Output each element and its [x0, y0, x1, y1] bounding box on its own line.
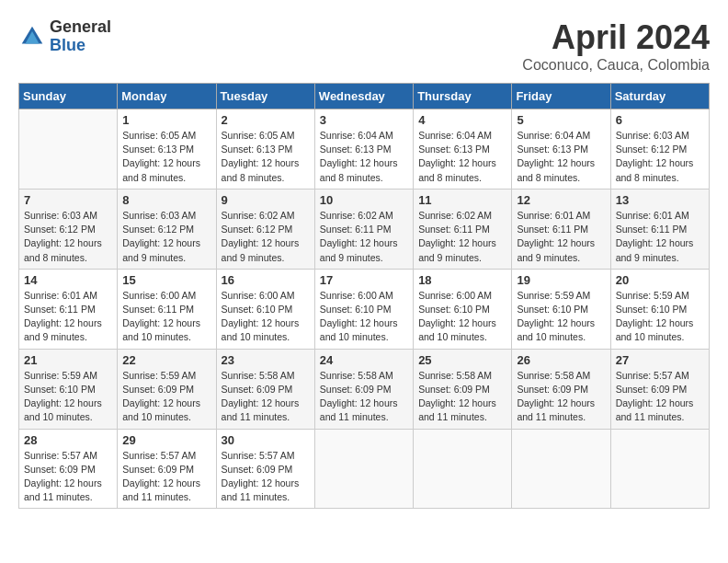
calendar-week-row: 14Sunrise: 6:01 AMSunset: 6:11 PMDayligh… [19, 269, 710, 349]
calendar-day-cell: 22Sunrise: 5:59 AMSunset: 6:09 PMDayligh… [118, 349, 216, 429]
calendar-day-cell: 5Sunrise: 6:04 AMSunset: 6:13 PMDaylight… [512, 109, 610, 190]
day-info: Sunrise: 6:04 AMSunset: 6:13 PMDaylight:… [320, 129, 408, 185]
calendar-day-cell: 16Sunrise: 6:00 AMSunset: 6:10 PMDayligh… [216, 269, 314, 349]
day-number: 29 [122, 433, 210, 447]
calendar-day-cell: 27Sunrise: 5:57 AMSunset: 6:09 PMDayligh… [610, 349, 709, 429]
day-info: Sunrise: 6:00 AMSunset: 6:10 PMDaylight:… [222, 289, 310, 345]
calendar-day-cell: 17Sunrise: 6:00 AMSunset: 6:10 PMDayligh… [314, 269, 413, 349]
day-number: 6 [616, 113, 704, 127]
logo: General Blue [18, 18, 111, 55]
day-info: Sunrise: 6:00 AMSunset: 6:10 PMDaylight:… [320, 289, 408, 345]
day-info: Sunrise: 5:57 AMSunset: 6:09 PMDaylight:… [122, 449, 210, 505]
calendar-day-cell: 13Sunrise: 6:01 AMSunset: 6:11 PMDayligh… [610, 189, 709, 269]
column-header-sunday: Sunday [19, 84, 118, 109]
day-number: 25 [418, 353, 506, 367]
day-number: 1 [122, 113, 210, 127]
day-number: 15 [122, 273, 210, 287]
day-number: 20 [616, 273, 704, 287]
calendar-day-cell: 18Sunrise: 6:00 AMSunset: 6:10 PMDayligh… [414, 269, 512, 349]
calendar-day-cell: 26Sunrise: 5:58 AMSunset: 6:09 PMDayligh… [512, 349, 610, 429]
day-number: 22 [122, 353, 210, 367]
day-number: 13 [616, 193, 704, 207]
day-number: 21 [24, 353, 112, 367]
calendar-day-cell: 24Sunrise: 5:58 AMSunset: 6:09 PMDayligh… [314, 349, 413, 429]
calendar-day-cell [610, 429, 709, 509]
day-number: 7 [24, 193, 112, 207]
calendar-week-row: 7Sunrise: 6:03 AMSunset: 6:12 PMDaylight… [19, 189, 710, 269]
column-header-friday: Friday [512, 84, 610, 109]
day-info: Sunrise: 5:58 AMSunset: 6:09 PMDaylight:… [320, 369, 408, 425]
day-info: Sunrise: 6:03 AMSunset: 6:12 PMDaylight:… [24, 209, 112, 265]
day-info: Sunrise: 6:01 AMSunset: 6:11 PMDaylight:… [616, 209, 704, 265]
day-info: Sunrise: 5:58 AMSunset: 6:09 PMDaylight:… [418, 369, 506, 425]
calendar-day-cell: 28Sunrise: 5:57 AMSunset: 6:09 PMDayligh… [19, 429, 118, 509]
day-number: 24 [320, 353, 408, 367]
day-info: Sunrise: 6:03 AMSunset: 6:12 PMDaylight:… [122, 209, 210, 265]
column-header-tuesday: Tuesday [216, 84, 314, 109]
calendar-day-cell: 21Sunrise: 5:59 AMSunset: 6:10 PMDayligh… [19, 349, 118, 429]
calendar-day-cell: 3Sunrise: 6:04 AMSunset: 6:13 PMDaylight… [314, 109, 413, 190]
calendar-day-cell [314, 429, 413, 509]
calendar-day-cell: 2Sunrise: 6:05 AMSunset: 6:13 PMDaylight… [216, 109, 314, 190]
day-info: Sunrise: 6:05 AMSunset: 6:13 PMDaylight:… [222, 129, 310, 185]
day-number: 10 [320, 193, 408, 207]
day-info: Sunrise: 5:57 AMSunset: 6:09 PMDaylight:… [616, 369, 704, 425]
day-info: Sunrise: 6:01 AMSunset: 6:11 PMDaylight:… [24, 289, 112, 345]
day-number: 16 [222, 273, 310, 287]
day-number: 17 [320, 273, 408, 287]
day-info: Sunrise: 6:00 AMSunset: 6:10 PMDaylight:… [418, 289, 506, 345]
day-info: Sunrise: 5:57 AMSunset: 6:09 PMDaylight:… [24, 449, 112, 505]
day-number: 12 [517, 193, 605, 207]
day-info: Sunrise: 5:59 AMSunset: 6:09 PMDaylight:… [122, 369, 210, 425]
day-info: Sunrise: 6:02 AMSunset: 6:11 PMDaylight:… [320, 209, 408, 265]
calendar-header-row: SundayMondayTuesdayWednesdayThursdayFrid… [19, 84, 710, 109]
day-number: 28 [24, 433, 112, 447]
calendar-day-cell [19, 109, 118, 190]
day-info: Sunrise: 6:04 AMSunset: 6:13 PMDaylight:… [517, 129, 605, 185]
logo-text: General Blue [50, 18, 111, 55]
title-section: April 2024 Coconuco, Cauca, Colombia [522, 18, 710, 74]
day-number: 30 [222, 433, 310, 447]
day-info: Sunrise: 5:57 AMSunset: 6:09 PMDaylight:… [222, 449, 310, 505]
day-number: 4 [418, 113, 506, 127]
day-info: Sunrise: 6:05 AMSunset: 6:13 PMDaylight:… [122, 129, 210, 185]
day-info: Sunrise: 5:59 AMSunset: 6:10 PMDaylight:… [517, 289, 605, 345]
day-number: 2 [222, 113, 310, 127]
calendar-day-cell: 15Sunrise: 6:00 AMSunset: 6:11 PMDayligh… [118, 269, 216, 349]
day-info: Sunrise: 6:02 AMSunset: 6:11 PMDaylight:… [418, 209, 506, 265]
day-info: Sunrise: 5:59 AMSunset: 6:10 PMDaylight:… [616, 289, 704, 345]
day-number: 3 [320, 113, 408, 127]
day-number: 11 [418, 193, 506, 207]
day-info: Sunrise: 5:59 AMSunset: 6:10 PMDaylight:… [24, 369, 112, 425]
calendar-week-row: 1Sunrise: 6:05 AMSunset: 6:13 PMDaylight… [19, 109, 710, 190]
day-info: Sunrise: 6:00 AMSunset: 6:11 PMDaylight:… [122, 289, 210, 345]
calendar-day-cell: 29Sunrise: 5:57 AMSunset: 6:09 PMDayligh… [118, 429, 216, 509]
calendar-day-cell: 30Sunrise: 5:57 AMSunset: 6:09 PMDayligh… [216, 429, 314, 509]
day-info: Sunrise: 6:03 AMSunset: 6:12 PMDaylight:… [616, 129, 704, 185]
day-number: 14 [24, 273, 112, 287]
day-info: Sunrise: 6:02 AMSunset: 6:12 PMDaylight:… [222, 209, 310, 265]
logo-icon [18, 23, 46, 51]
calendar-day-cell [512, 429, 610, 509]
calendar-day-cell: 10Sunrise: 6:02 AMSunset: 6:11 PMDayligh… [314, 189, 413, 269]
calendar-day-cell: 11Sunrise: 6:02 AMSunset: 6:11 PMDayligh… [414, 189, 512, 269]
calendar-day-cell: 4Sunrise: 6:04 AMSunset: 6:13 PMDaylight… [414, 109, 512, 190]
logo-blue-text: Blue [50, 37, 111, 55]
calendar-week-row: 28Sunrise: 5:57 AMSunset: 6:09 PMDayligh… [19, 429, 710, 509]
column-header-monday: Monday [118, 84, 216, 109]
day-number: 23 [222, 353, 310, 367]
day-number: 8 [122, 193, 210, 207]
day-number: 19 [517, 273, 605, 287]
column-header-wednesday: Wednesday [314, 84, 413, 109]
calendar-day-cell: 20Sunrise: 5:59 AMSunset: 6:10 PMDayligh… [610, 269, 709, 349]
logo-general-text: General [50, 18, 111, 37]
column-header-thursday: Thursday [414, 84, 512, 109]
calendar-day-cell: 12Sunrise: 6:01 AMSunset: 6:11 PMDayligh… [512, 189, 610, 269]
calendar-day-cell: 14Sunrise: 6:01 AMSunset: 6:11 PMDayligh… [19, 269, 118, 349]
day-number: 26 [517, 353, 605, 367]
header: General Blue April 2024 Coconuco, Cauca,… [18, 18, 710, 74]
day-number: 27 [616, 353, 704, 367]
day-info: Sunrise: 6:04 AMSunset: 6:13 PMDaylight:… [418, 129, 506, 185]
calendar-day-cell: 6Sunrise: 6:03 AMSunset: 6:12 PMDaylight… [610, 109, 709, 190]
calendar-day-cell: 8Sunrise: 6:03 AMSunset: 6:12 PMDaylight… [118, 189, 216, 269]
